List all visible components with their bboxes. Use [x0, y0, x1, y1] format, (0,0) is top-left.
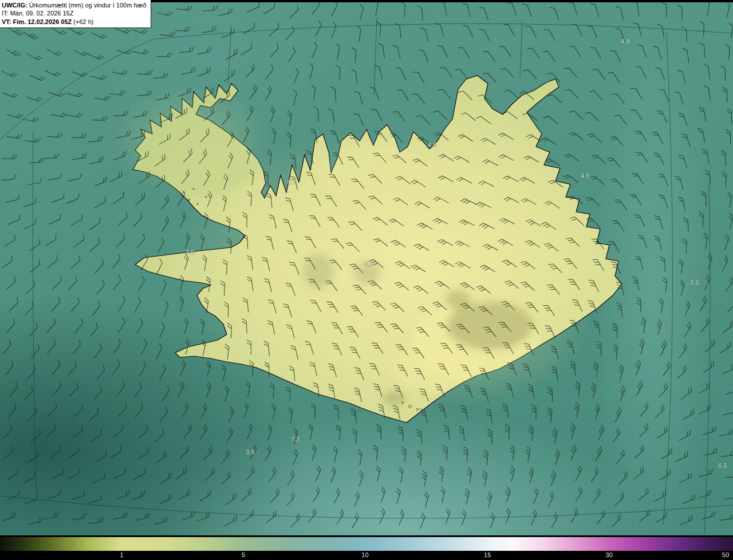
wind-barb: [636, 297, 641, 313]
wind-barb: [27, 178, 42, 185]
wind-barb: [416, 513, 426, 529]
wind-barb: [463, 447, 468, 462]
wind-barb: [158, 472, 174, 484]
wind-barb: [724, 386, 733, 394]
wind-barb: [526, 133, 541, 145]
wind-barb: [373, 151, 386, 165]
wind-barb: [564, 152, 579, 165]
wind-barb: [455, 261, 471, 272]
wind-barb: [592, 153, 605, 167]
wind-barb: [179, 47, 194, 53]
wind-barb: [572, 487, 584, 502]
wind-barb: [68, 297, 81, 311]
wind-barb: [483, 71, 496, 85]
wind-barb: [659, 448, 674, 459]
wind-barb: [44, 153, 60, 158]
wind-barb: [705, 170, 711, 186]
wind-barb: [6, 46, 21, 57]
wind-barb: [3, 318, 17, 333]
wind-barb: [588, 299, 597, 315]
wind-barb: [285, 196, 293, 212]
wind-barb: [176, 87, 192, 96]
wind-barb: [526, 218, 541, 230]
wind-barb: [509, 445, 515, 460]
wind-barb: [544, 242, 558, 255]
wind-barb: [22, 302, 36, 316]
wind-barb: [89, 517, 104, 523]
wind-barb: [335, 425, 341, 441]
wind-barb: [290, 428, 298, 444]
wind-barb: [675, 175, 683, 191]
wind-barb: [131, 131, 147, 140]
wind-barb: [90, 344, 103, 358]
wind-barb: [438, 487, 446, 503]
wind-barb: [289, 449, 299, 465]
title-box: UWC/IG: Úrkomumætti (mm) og vindur í 100…: [0, 0, 151, 28]
wind-barb: [675, 90, 683, 107]
wind-barb: [87, 238, 101, 251]
wind-barb: [304, 256, 316, 271]
wind-barb: [43, 424, 57, 437]
wind-barb: [108, 171, 124, 182]
wind-barb: [133, 48, 148, 55]
wind-barb: [593, 510, 606, 524]
wind-barb: [434, 196, 449, 207]
wind-barb: [47, 173, 62, 180]
wind-barb: [155, 93, 170, 100]
wind-barb: [7, 111, 23, 119]
wind-barb: [588, 467, 600, 482]
wind-barb: [45, 66, 61, 77]
wind-barb: [265, 467, 278, 482]
wind-barb: [722, 408, 733, 415]
wind-barb: [543, 115, 558, 127]
wind-barb: [610, 135, 623, 149]
wind-barb: [607, 156, 620, 170]
wind-barb: [180, 318, 189, 334]
wind-barb: [158, 113, 174, 123]
wind-barb: [198, 490, 213, 501]
wind-barb: [354, 90, 362, 107]
wind-barb: [326, 300, 338, 315]
wind-barb: [91, 72, 107, 81]
wind-barb: [248, 361, 253, 376]
wind-barb: [373, 382, 382, 399]
wind-barb: [347, 325, 358, 340]
wind-barb: [478, 93, 492, 107]
wind-barb: [290, 68, 299, 84]
wind-barb: [2, 154, 17, 159]
wind-barb: [507, 361, 516, 377]
wind-barb: [116, 131, 131, 138]
wind-barb: [632, 276, 639, 291]
wind-barb: [718, 429, 733, 436]
wind-barb: [309, 214, 320, 229]
wind-barb: [49, 276, 63, 290]
wind-barb: [396, 175, 411, 187]
wind-barb: [677, 69, 685, 85]
wind-barb: [28, 429, 42, 442]
wind-barb: [283, 218, 292, 234]
wind-barb: [113, 111, 129, 116]
wind-barb: [720, 320, 733, 333]
wind-barb: [115, 212, 129, 226]
wind-barb: [638, 234, 647, 250]
wind-barb: [590, 46, 601, 61]
wind-barb: [65, 361, 78, 375]
wind-barb: [22, 219, 38, 229]
wind-barb: [156, 365, 167, 380]
wind-barb: [6, 382, 19, 396]
wind-barb: [266, 192, 272, 208]
wind-barb: [527, 425, 534, 441]
wind-barb: [88, 136, 103, 142]
wind-barb: [220, 29, 235, 38]
wind-barb: [353, 112, 363, 128]
wind-barb: [699, 107, 706, 122]
wind-barb: [412, 346, 424, 361]
wind-barb: [378, 403, 385, 419]
wind-barb: [608, 239, 620, 255]
wind-barb: [568, 277, 580, 292]
wind-barb: [570, 319, 579, 335]
wind-barb: [24, 365, 37, 379]
wind-barb: [221, 386, 230, 402]
wind-barb: [548, 179, 563, 191]
wind-barb: [332, 341, 342, 357]
